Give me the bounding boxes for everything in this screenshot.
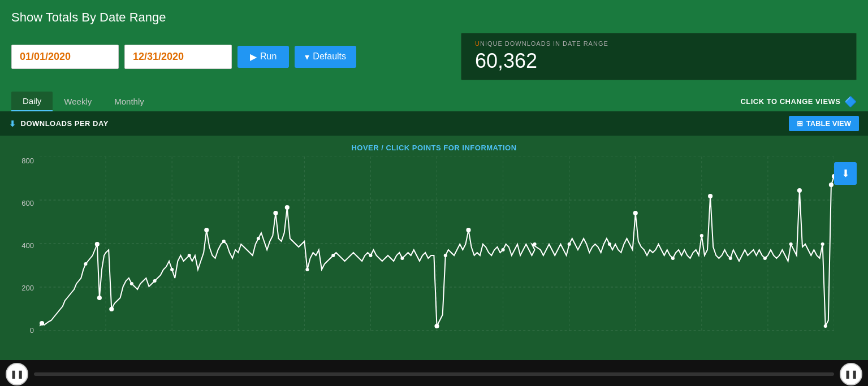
tab-weekly[interactable]: Weekly <box>53 92 103 111</box>
table-view-label: TABLE VIEW <box>806 119 851 128</box>
svg-point-52 <box>821 242 824 246</box>
svg-point-32 <box>130 282 133 285</box>
svg-point-41 <box>400 257 404 260</box>
svg-point-44 <box>533 242 537 246</box>
unique-u: U <box>475 40 480 47</box>
svg-point-30 <box>434 324 439 328</box>
left-handle-icon: ❚❚ <box>10 370 24 379</box>
svg-point-50 <box>763 257 767 260</box>
y-label-200: 200 <box>6 284 34 292</box>
y-label-800: 800 <box>6 157 34 165</box>
table-icon: ⊞ <box>797 119 803 128</box>
svg-point-28 <box>829 183 834 187</box>
svg-point-34 <box>170 268 174 271</box>
change-views-link[interactable]: CLICK TO CHANGE VIEWS 🔷 <box>740 96 857 108</box>
svg-point-18 <box>95 242 100 246</box>
y-axis-labels: 0 200 400 600 800 <box>6 157 34 337</box>
chart-area: HOVER / CLICK POINTS FOR INFORMATION 0 2… <box>0 136 868 360</box>
svg-point-24 <box>466 228 470 232</box>
svg-point-46 <box>608 242 611 246</box>
svg-point-26 <box>708 194 712 198</box>
page-title: Show Totals By Date Range <box>11 10 857 25</box>
svg-point-27 <box>797 188 802 193</box>
change-views-icon: 🔷 <box>844 96 857 108</box>
svg-point-51 <box>789 242 793 246</box>
table-view-button[interactable]: ⊞ TABLE VIEW <box>789 116 859 131</box>
tab-monthly[interactable]: Monthly <box>103 92 156 111</box>
svg-point-20 <box>109 307 114 311</box>
svg-point-25 <box>633 211 638 215</box>
svg-point-40 <box>369 254 372 257</box>
run-label: Run <box>260 51 277 62</box>
y-label-600: 600 <box>6 199 34 207</box>
svg-point-31 <box>84 262 87 266</box>
svg-point-49 <box>729 257 732 260</box>
unique-downloads-label: UNIQUE DOWNLOADS IN DATE RANGE <box>475 40 843 47</box>
chart-header: ⬇ DOWNLOADS PER DAY ⊞ TABLE VIEW <box>0 111 868 136</box>
start-date-input[interactable] <box>11 45 119 69</box>
svg-point-19 <box>97 296 102 300</box>
right-handle-icon: ❚❚ <box>844 370 858 379</box>
svg-point-39 <box>331 254 335 257</box>
svg-point-22 <box>273 211 278 215</box>
hover-hint: HOVER / CLICK POINTS FOR INFORMATION <box>0 141 868 157</box>
tab-daily[interactable]: Daily <box>11 92 53 111</box>
y-label-0: 0 <box>6 326 34 335</box>
slider-handle-left[interactable]: ❚❚ <box>6 363 28 385</box>
download-chart-button[interactable]: ⬇ <box>834 162 857 185</box>
y-label-400: 400 <box>6 241 34 250</box>
svg-point-17 <box>40 321 44 326</box>
unique-downloads-box: UNIQUE DOWNLOADS IN DATE RANGE 60,362 <box>461 33 857 80</box>
svg-point-42 <box>444 254 447 257</box>
svg-point-43 <box>502 248 505 251</box>
end-date-input[interactable] <box>124 45 232 69</box>
slider-track[interactable] <box>34 372 834 376</box>
svg-point-53 <box>824 324 827 328</box>
download-small-icon: ⬇ <box>9 119 16 128</box>
svg-point-38 <box>305 268 309 271</box>
view-tabs-row: Daily Weekly Monthly CLICK TO CHANGE VIE… <box>0 86 868 111</box>
unique-label-rest: NIQUE DOWNLOADS IN DATE RANGE <box>480 40 608 47</box>
controls-row: ▶ Run ▾ Defaults UNIQUE DOWNLOADS IN DAT… <box>11 33 857 80</box>
svg-point-21 <box>204 228 209 232</box>
slider-handle-right[interactable]: ❚❚ <box>840 363 862 385</box>
run-icon: ▶ <box>250 51 257 62</box>
svg-point-23 <box>285 205 290 210</box>
svg-point-35 <box>188 254 191 257</box>
chart-svg: 2020 Feb Mar Apr May Jun Jul Aug Sep Oct… <box>40 157 834 332</box>
svg-point-37 <box>257 237 260 240</box>
unique-downloads-value: 60,362 <box>475 49 843 73</box>
run-button[interactable]: ▶ Run <box>237 46 289 68</box>
defaults-label: Defaults <box>313 51 346 62</box>
change-views-label: CLICK TO CHANGE VIEWS <box>740 97 840 106</box>
downloads-per-day-label: ⬇ DOWNLOADS PER DAY <box>9 119 109 128</box>
svg-point-45 <box>568 242 571 246</box>
top-section: Show Totals By Date Range ▶ Run ▾ Defaul… <box>0 0 868 86</box>
download-chart-icon: ⬇ <box>841 167 850 180</box>
svg-point-36 <box>222 240 226 243</box>
section-label-text: DOWNLOADS PER DAY <box>21 119 109 128</box>
slider-bar: ❚❚ ❚❚ <box>0 360 868 386</box>
svg-point-48 <box>700 234 703 237</box>
svg-point-47 <box>671 257 675 260</box>
svg-point-33 <box>153 279 157 283</box>
defaults-chevron-icon: ▾ <box>305 51 309 62</box>
defaults-button[interactable]: ▾ Defaults <box>295 46 356 68</box>
